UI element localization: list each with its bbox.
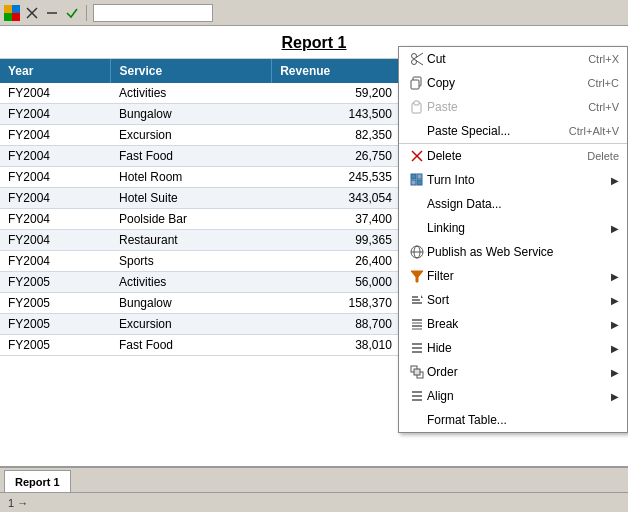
table-cell: FY2004 (0, 209, 111, 230)
paste-special-icon (407, 123, 427, 139)
sort-icon (407, 292, 427, 308)
menu-shortcut-copy: Ctrl+C (588, 77, 619, 89)
table-cell: FY2004 (0, 146, 111, 167)
menu-item-order[interactable]: Order▶ (399, 360, 627, 384)
publish-icon (407, 244, 427, 260)
status-bar: 1 → (0, 492, 628, 512)
menu-label-filter: Filter (427, 269, 607, 283)
menu-item-align[interactable]: Align▶ (399, 384, 627, 408)
menu-item-linking[interactable]: Linking▶ (399, 216, 627, 240)
scissors-icon (407, 51, 427, 67)
menu-item-turn-into[interactable]: Turn Into▶ (399, 168, 627, 192)
turninto-icon (407, 172, 427, 188)
menu-label-sort: Sort (427, 293, 607, 307)
table-cell: Poolside Bar (111, 209, 272, 230)
menu-item-copy[interactable]: CopyCtrl+C (399, 71, 627, 95)
col-revenue: Revenue (272, 59, 400, 83)
linking-icon (407, 220, 427, 236)
app-window: Report 1 Year Service Revenue Number of … (0, 0, 628, 512)
svg-line-10 (416, 61, 423, 66)
menu-arrow-filter: ▶ (611, 271, 619, 282)
svg-rect-1 (12, 5, 20, 13)
col-year: Year (0, 59, 111, 83)
table-cell: FY2004 (0, 167, 111, 188)
menu-item-sort[interactable]: Sort▶ (399, 288, 627, 312)
menu-arrow-linking: ▶ (611, 223, 619, 234)
table-cell: Excursion (111, 125, 272, 146)
table-cell: FY2004 (0, 251, 111, 272)
menu-arrow-order: ▶ (611, 367, 619, 378)
filter-icon (407, 268, 427, 284)
table-cell: 88,700 (272, 314, 400, 335)
table-cell: Fast Food (111, 335, 272, 356)
format-table-icon (407, 412, 427, 428)
svg-point-7 (412, 54, 417, 59)
menu-label-paste: Paste (427, 100, 580, 114)
confirm-icon[interactable] (64, 5, 80, 21)
menu-label-turn-into: Turn Into (427, 173, 607, 187)
menu-label-align: Align (427, 389, 607, 403)
table-cell: Excursion (111, 314, 272, 335)
formula-bar[interactable] (93, 4, 213, 22)
delete-icon (407, 148, 427, 164)
menu-label-format-table: Format Table... (427, 413, 619, 427)
svg-rect-17 (411, 174, 416, 179)
menu-label-order: Order (427, 365, 607, 379)
break-icon (407, 316, 427, 332)
table-cell: 38,010 (272, 335, 400, 356)
table-cell: Bungalow (111, 104, 272, 125)
assign-data-icon (407, 196, 427, 212)
svg-line-9 (416, 53, 423, 58)
table-cell: 26,750 (272, 146, 400, 167)
svg-rect-3 (12, 13, 20, 21)
table-cell: 99,365 (272, 230, 400, 251)
menu-label-linking: Linking (427, 221, 607, 235)
menu-shortcut-delete: Delete (587, 150, 619, 162)
table-cell: FY2005 (0, 314, 111, 335)
table-cell: FY2004 (0, 83, 111, 104)
content-area: Report 1 Year Service Revenue Number of … (0, 26, 628, 466)
menu-shortcut-cut: Ctrl+X (588, 53, 619, 65)
hide-icon (407, 340, 427, 356)
menu-label-cut: Cut (427, 52, 580, 66)
table-cell: 143,500 (272, 104, 400, 125)
bottom-tabs: Report 1 (0, 466, 628, 492)
menu-item-delete[interactable]: DeleteDelete (399, 143, 627, 168)
menu-arrow-align: ▶ (611, 391, 619, 402)
copy-icon (407, 75, 427, 91)
order-icon (407, 364, 427, 380)
menu-item-break[interactable]: Break▶ (399, 312, 627, 336)
menu-item-format-table[interactable]: Format Table... (399, 408, 627, 432)
menu-item-cut[interactable]: CutCtrl+X (399, 47, 627, 71)
table-cell: 37,400 (272, 209, 400, 230)
tab-report1[interactable]: Report 1 (4, 470, 71, 492)
menu-item-paste: PasteCtrl+V (399, 95, 627, 119)
menu-arrow-break: ▶ (611, 319, 619, 330)
close-icon[interactable] (24, 5, 40, 21)
menu-label-break: Break (427, 317, 607, 331)
table-cell: FY2005 (0, 335, 111, 356)
menu-item-publish[interactable]: Publish as Web Service (399, 240, 627, 264)
table-cell: Restaurant (111, 230, 272, 251)
toolbar (0, 0, 628, 26)
table-cell: 245,535 (272, 167, 400, 188)
svg-point-8 (412, 60, 417, 65)
menu-label-hide: Hide (427, 341, 607, 355)
minimize-icon[interactable] (44, 5, 60, 21)
menu-item-paste-special[interactable]: Paste Special...Ctrl+Alt+V (399, 119, 627, 143)
svg-rect-20 (417, 180, 422, 185)
menu-label-copy: Copy (427, 76, 580, 90)
svg-rect-12 (411, 80, 419, 89)
table-cell: 158,370 (272, 293, 400, 314)
table-cell: Fast Food (111, 146, 272, 167)
svg-marker-24 (411, 271, 423, 282)
menu-item-filter[interactable]: Filter▶ (399, 264, 627, 288)
paste-icon (407, 99, 427, 115)
menu-shortcut-paste-special: Ctrl+Alt+V (569, 125, 619, 137)
status-text: 1 → (8, 497, 28, 509)
menu-item-assign-data[interactable]: Assign Data... (399, 192, 627, 216)
context-menu: CutCtrl+XCopyCtrl+CPasteCtrl+VPaste Spec… (398, 46, 628, 433)
svg-rect-19 (411, 180, 416, 185)
menu-item-hide[interactable]: Hide▶ (399, 336, 627, 360)
menu-label-paste-special: Paste Special... (427, 124, 561, 138)
